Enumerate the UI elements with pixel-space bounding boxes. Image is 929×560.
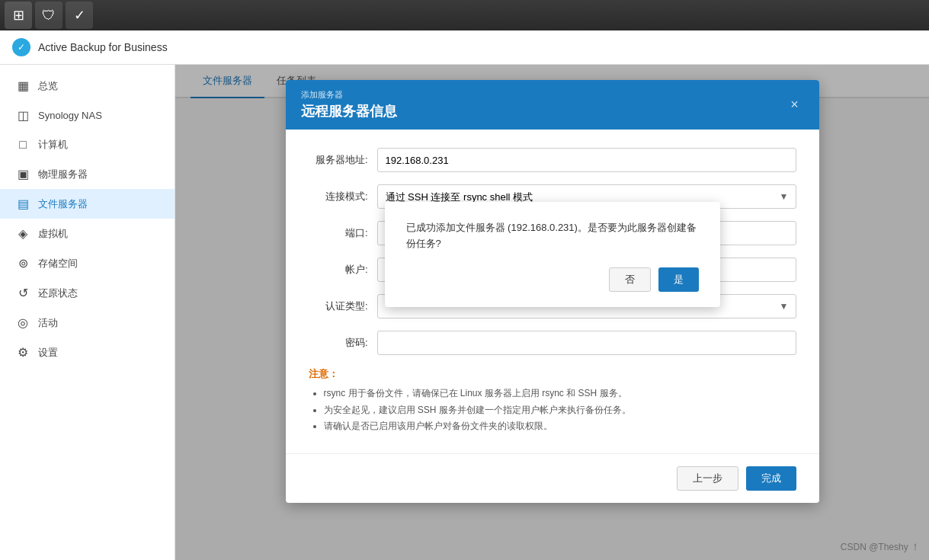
- sidebar-label-nas: Synology NAS: [38, 110, 102, 121]
- sidebar-item-synology-nas[interactable]: ◫ Synology NAS: [0, 101, 175, 130]
- app-header: ✓ Active Backup for Business: [0, 30, 929, 65]
- confirm-message: 已成功添加文件服务器 (192.168.0.231)。是否要为此服务器创建备份任…: [406, 220, 699, 252]
- sidebar-item-overview[interactable]: ▦ 总览: [0, 71, 175, 101]
- port-label: 端口:: [309, 226, 377, 240]
- server-address-input[interactable]: [377, 148, 796, 172]
- sidebar-item-restore[interactable]: ↺ 还原状态: [0, 278, 175, 308]
- sidebar-item-file-server[interactable]: ▤ 文件服务器: [0, 189, 175, 219]
- sidebar-item-storage[interactable]: ⊚ 存储空间: [0, 248, 175, 278]
- sidebar-label-activity: 活动: [38, 316, 58, 330]
- sidebar-label-physical: 物理服务器: [38, 168, 88, 181]
- modal-title: 远程服务器信息: [301, 102, 397, 120]
- confirm-dialog: 已成功添加文件服务器 (192.168.0.231)。是否要为此服务器创建备份任…: [385, 202, 720, 307]
- app-header-icon: ✓: [12, 38, 30, 56]
- password-input[interactable]: [377, 331, 796, 355]
- modal-footer: 上一步 完成: [286, 453, 819, 503]
- sidebar-label-computer: 计算机: [38, 138, 68, 152]
- confirm-yes-button[interactable]: 是: [658, 267, 699, 292]
- sidebar-label-settings: 设置: [38, 346, 58, 360]
- sidebar-label-restore: 还原状态: [38, 286, 78, 300]
- server-address-row: 服务器地址:: [309, 148, 796, 172]
- password-row: 密码:: [309, 331, 796, 355]
- restore-icon: ↺: [15, 286, 30, 300]
- file-server-icon: ▤: [15, 197, 30, 211]
- sidebar-label-storage: 存储空间: [38, 257, 78, 270]
- notes-label: 注意：: [309, 367, 796, 381]
- password-label: 密码:: [309, 336, 377, 350]
- confirm-buttons: 否 是: [406, 267, 699, 292]
- app-title: Active Backup for Business: [38, 41, 168, 53]
- sidebar-item-vm[interactable]: ◈ 虚拟机: [0, 219, 175, 248]
- account-label: 帐户:: [309, 263, 377, 277]
- sidebar-label-file-server: 文件服务器: [38, 197, 88, 211]
- check-taskbar-icon[interactable]: ✓: [66, 2, 93, 29]
- notes-list: rsync 用于备份文件，请确保已在 Linux 服务器上启用 rsync 和 …: [309, 386, 796, 435]
- sidebar-item-physical-server[interactable]: ▣ 物理服务器: [0, 159, 175, 189]
- note-item-3: 请确认是否已启用该用户帐户对备份文件夹的读取权限。: [324, 418, 796, 435]
- grid-taskbar-icon[interactable]: ⊞: [5, 2, 32, 29]
- note-item-1: rsync 用于备份文件，请确保已在 Linux 服务器上启用 rsync 和 …: [324, 386, 796, 402]
- taskbar: ⊞ 🛡 ✓: [0, 0, 929, 30]
- activity-icon: ◎: [15, 315, 30, 330]
- main-layout: ▦ 总览 ◫ Synology NAS □ 计算机 ▣ 物理服务器 ▤ 文件服务…: [0, 65, 929, 560]
- modal-overlay: 添加服务器 远程服务器信息 × 服务器地址: 连接模式:: [175, 65, 929, 560]
- note-item-2: 为安全起见，建议启用 SSH 服务并创建一个指定用户帐户来执行备份任务。: [324, 402, 796, 419]
- sidebar-item-computer[interactable]: □ 计算机: [0, 130, 175, 159]
- finish-button[interactable]: 完成: [746, 466, 796, 491]
- modal-close-button[interactable]: ×: [786, 96, 804, 114]
- confirm-no-button[interactable]: 否: [609, 267, 651, 292]
- sidebar-item-settings[interactable]: ⚙ 设置: [0, 338, 175, 367]
- add-server-modal: 添加服务器 远程服务器信息 × 服务器地址: 连接模式:: [286, 80, 819, 503]
- auth-label: 认证类型:: [309, 299, 377, 313]
- overview-icon: ▦: [15, 78, 30, 93]
- app-window: ✓ Active Backup for Business ▦ 总览 ◫ Syno…: [0, 30, 929, 560]
- sidebar-label-vm: 虚拟机: [38, 227, 68, 241]
- server-address-label: 服务器地址:: [309, 153, 377, 167]
- storage-icon: ⊚: [15, 256, 30, 270]
- vm-icon: ◈: [15, 226, 30, 241]
- sidebar-label-overview: 总览: [38, 79, 58, 93]
- prev-button[interactable]: 上一步: [677, 466, 738, 491]
- connection-mode-label: 连接模式:: [309, 190, 377, 203]
- physical-server-icon: ▣: [15, 167, 30, 181]
- computer-icon: □: [15, 138, 30, 152]
- nas-icon: ◫: [15, 108, 30, 123]
- backup-taskbar-icon[interactable]: 🛡: [35, 2, 62, 29]
- content-area: 文件服务器 任务列表 添加服务器 远程服务器信息 ×: [175, 65, 929, 560]
- settings-icon: ⚙: [15, 345, 30, 360]
- modal-header: 添加服务器 远程服务器信息 ×: [286, 80, 819, 130]
- sidebar: ▦ 总览 ◫ Synology NAS □ 计算机 ▣ 物理服务器 ▤ 文件服务…: [0, 65, 175, 560]
- modal-subtitle: 添加服务器: [301, 89, 397, 101]
- sidebar-item-activity[interactable]: ◎ 活动: [0, 308, 175, 338]
